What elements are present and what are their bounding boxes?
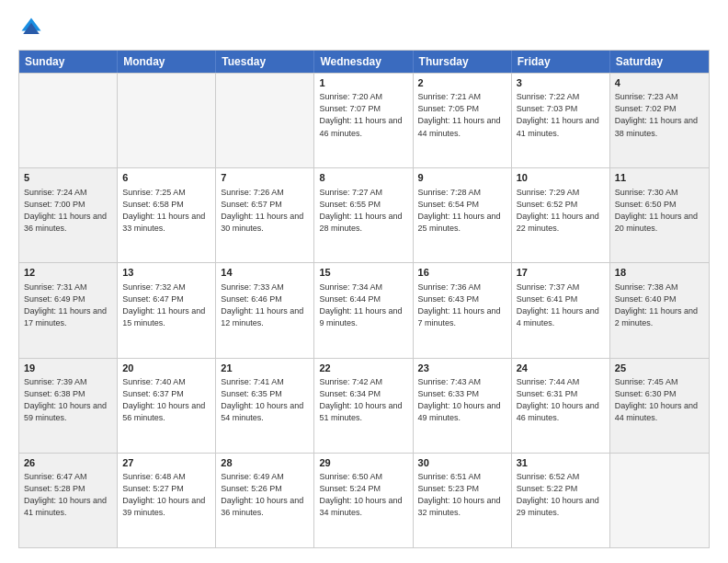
day-cell-14: 14Sunrise: 7:33 AM Sunset: 6:46 PM Dayli…: [216, 263, 314, 357]
empty-cell-0-1: [118, 74, 216, 167]
logo: [18, 15, 48, 40]
cell-info: Sunrise: 7:40 AM Sunset: 6:37 PM Dayligh…: [122, 376, 210, 424]
cell-info: Sunrise: 7:38 AM Sunset: 6:40 PM Dayligh…: [615, 282, 704, 329]
cell-info: Sunrise: 7:43 AM Sunset: 6:33 PM Dayligh…: [418, 376, 506, 424]
day-cell-24: 24Sunrise: 7:44 AM Sunset: 6:31 PM Dayli…: [512, 359, 610, 453]
cell-info: Sunrise: 7:31 AM Sunset: 6:49 PM Dayligh…: [24, 282, 112, 329]
empty-cell-0-0: [19, 74, 118, 167]
day-number: 6: [122, 171, 210, 185]
day-cell-4: 4Sunrise: 7:23 AM Sunset: 7:02 PM Daylig…: [610, 74, 709, 167]
header-cell-saturday: Saturday: [610, 51, 709, 73]
cell-info: Sunrise: 7:23 AM Sunset: 7:02 PM Dayligh…: [615, 91, 704, 139]
day-cell-9: 9Sunrise: 7:28 AM Sunset: 6:54 PM Daylig…: [414, 168, 512, 262]
day-cell-19: 19Sunrise: 7:39 AM Sunset: 6:38 PM Dayli…: [19, 359, 118, 453]
day-cell-11: 11Sunrise: 7:30 AM Sunset: 6:50 PM Dayli…: [610, 168, 709, 262]
day-cell-2: 2Sunrise: 7:21 AM Sunset: 7:05 PM Daylig…: [414, 74, 512, 167]
day-cell-29: 29Sunrise: 6:50 AM Sunset: 5:24 PM Dayli…: [314, 454, 413, 547]
cell-info: Sunrise: 7:36 AM Sunset: 6:43 PM Dayligh…: [418, 282, 506, 329]
day-cell-25: 25Sunrise: 7:45 AM Sunset: 6:30 PM Dayli…: [610, 359, 709, 453]
day-cell-5: 5Sunrise: 7:24 AM Sunset: 7:00 PM Daylig…: [19, 168, 118, 262]
cell-info: Sunrise: 6:51 AM Sunset: 5:23 PM Dayligh…: [418, 471, 506, 519]
day-number: 27: [122, 456, 210, 470]
day-cell-22: 22Sunrise: 7:42 AM Sunset: 6:34 PM Dayli…: [314, 359, 413, 453]
day-number: 24: [517, 362, 605, 375]
cell-info: Sunrise: 7:30 AM Sunset: 6:50 PM Dayligh…: [615, 187, 704, 235]
day-number: 30: [418, 456, 506, 470]
cell-info: Sunrise: 7:20 AM Sunset: 7:07 PM Dayligh…: [319, 91, 407, 139]
header-cell-friday: Friday: [512, 51, 610, 73]
calendar-body: 1Sunrise: 7:20 AM Sunset: 7:07 PM Daylig…: [19, 73, 709, 547]
day-cell-21: 21Sunrise: 7:41 AM Sunset: 6:35 PM Dayli…: [216, 359, 314, 453]
cell-info: Sunrise: 7:42 AM Sunset: 6:34 PM Dayligh…: [319, 376, 407, 424]
cell-info: Sunrise: 7:39 AM Sunset: 6:38 PM Dayligh…: [24, 376, 112, 424]
header-cell-tuesday: Tuesday: [216, 51, 314, 73]
cell-info: Sunrise: 6:48 AM Sunset: 5:27 PM Dayligh…: [122, 471, 210, 519]
header-cell-thursday: Thursday: [414, 51, 512, 73]
day-number: 2: [418, 76, 506, 90]
day-number: 14: [221, 266, 309, 280]
day-number: 9: [418, 171, 506, 185]
day-number: 18: [615, 266, 704, 280]
day-cell-18: 18Sunrise: 7:38 AM Sunset: 6:40 PM Dayli…: [610, 263, 709, 357]
day-cell-31: 31Sunrise: 6:52 AM Sunset: 5:22 PM Dayli…: [512, 454, 610, 547]
day-number: 4: [615, 76, 704, 90]
calendar-row-4: 26Sunrise: 6:47 AM Sunset: 5:28 PM Dayli…: [19, 453, 709, 547]
cell-info: Sunrise: 7:28 AM Sunset: 6:54 PM Dayligh…: [418, 187, 506, 235]
cell-info: Sunrise: 7:29 AM Sunset: 6:52 PM Dayligh…: [517, 187, 605, 235]
day-cell-7: 7Sunrise: 7:26 AM Sunset: 6:57 PM Daylig…: [216, 168, 314, 262]
day-number: 1: [319, 76, 407, 90]
day-number: 13: [122, 266, 210, 280]
day-number: 29: [319, 456, 407, 470]
day-cell-27: 27Sunrise: 6:48 AM Sunset: 5:27 PM Dayli…: [118, 454, 216, 547]
cell-info: Sunrise: 6:47 AM Sunset: 5:28 PM Dayligh…: [24, 471, 112, 519]
cell-info: Sunrise: 6:50 AM Sunset: 5:24 PM Dayligh…: [319, 471, 407, 519]
day-number: 5: [24, 171, 112, 185]
day-cell-20: 20Sunrise: 7:40 AM Sunset: 6:37 PM Dayli…: [118, 359, 216, 453]
cell-info: Sunrise: 7:27 AM Sunset: 6:55 PM Dayligh…: [319, 187, 407, 235]
calendar: SundayMondayTuesdayWednesdayThursdayFrid…: [18, 50, 710, 548]
day-number: 3: [517, 76, 605, 90]
day-cell-23: 23Sunrise: 7:43 AM Sunset: 6:33 PM Dayli…: [414, 359, 512, 453]
cell-info: Sunrise: 7:44 AM Sunset: 6:31 PM Dayligh…: [517, 376, 605, 424]
day-cell-8: 8Sunrise: 7:27 AM Sunset: 6:55 PM Daylig…: [314, 168, 413, 262]
day-cell-17: 17Sunrise: 7:37 AM Sunset: 6:41 PM Dayli…: [512, 263, 610, 357]
day-cell-13: 13Sunrise: 7:32 AM Sunset: 6:47 PM Dayli…: [118, 263, 216, 357]
cell-info: Sunrise: 7:33 AM Sunset: 6:46 PM Dayligh…: [221, 282, 309, 329]
day-number: 20: [122, 362, 210, 375]
day-cell-10: 10Sunrise: 7:29 AM Sunset: 6:52 PM Dayli…: [512, 168, 610, 262]
day-number: 10: [517, 171, 605, 185]
logo-icon: [18, 15, 44, 40]
day-number: 31: [517, 456, 605, 470]
day-cell-12: 12Sunrise: 7:31 AM Sunset: 6:49 PM Dayli…: [19, 263, 118, 357]
cell-info: Sunrise: 7:37 AM Sunset: 6:41 PM Dayligh…: [517, 282, 605, 329]
header: [18, 15, 710, 40]
day-number: 25: [615, 362, 704, 375]
cell-info: Sunrise: 7:26 AM Sunset: 6:57 PM Dayligh…: [221, 187, 309, 235]
cell-info: Sunrise: 7:24 AM Sunset: 7:00 PM Dayligh…: [24, 187, 112, 235]
day-number: 16: [418, 266, 506, 280]
header-cell-monday: Monday: [118, 51, 216, 73]
cell-info: Sunrise: 7:22 AM Sunset: 7:03 PM Dayligh…: [517, 91, 605, 139]
calendar-header-row: SundayMondayTuesdayWednesdayThursdayFrid…: [19, 51, 709, 73]
day-number: 15: [319, 266, 407, 280]
day-number: 22: [319, 362, 407, 375]
day-number: 8: [319, 171, 407, 185]
cell-info: Sunrise: 7:32 AM Sunset: 6:47 PM Dayligh…: [122, 282, 210, 329]
calendar-row-3: 19Sunrise: 7:39 AM Sunset: 6:38 PM Dayli…: [19, 358, 709, 453]
cell-info: Sunrise: 7:41 AM Sunset: 6:35 PM Dayligh…: [221, 376, 309, 424]
cell-info: Sunrise: 7:25 AM Sunset: 6:58 PM Dayligh…: [122, 187, 210, 235]
day-number: 12: [24, 266, 112, 280]
empty-cell-0-2: [216, 74, 314, 167]
day-cell-28: 28Sunrise: 6:49 AM Sunset: 5:26 PM Dayli…: [216, 454, 314, 547]
cell-info: Sunrise: 7:45 AM Sunset: 6:30 PM Dayligh…: [615, 376, 704, 424]
day-number: 17: [517, 266, 605, 280]
day-number: 21: [221, 362, 309, 375]
day-number: 19: [24, 362, 112, 375]
day-cell-6: 6Sunrise: 7:25 AM Sunset: 6:58 PM Daylig…: [118, 168, 216, 262]
header-cell-wednesday: Wednesday: [314, 51, 413, 73]
day-number: 23: [418, 362, 506, 375]
calendar-row-1: 5Sunrise: 7:24 AM Sunset: 7:00 PM Daylig…: [19, 167, 709, 262]
day-cell-15: 15Sunrise: 7:34 AM Sunset: 6:44 PM Dayli…: [314, 263, 413, 357]
day-number: 26: [24, 456, 112, 470]
day-number: 7: [221, 171, 309, 185]
